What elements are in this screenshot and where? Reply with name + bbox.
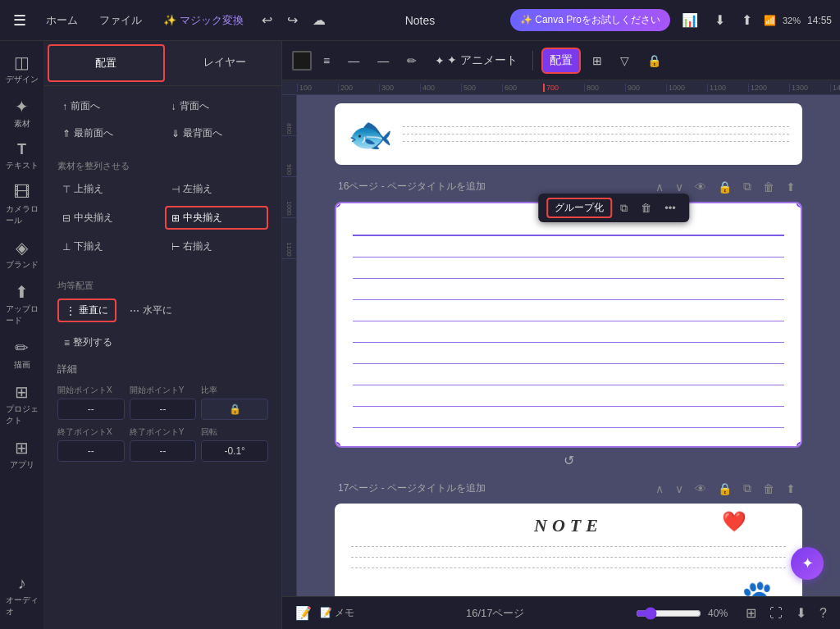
sidebar-item-design[interactable]: ◫ デザイン — [2, 48, 42, 90]
document-title: Notes — [405, 14, 436, 27]
bring-to-front-btn[interactable]: ⇑ 最前面へ — [57, 123, 160, 144]
page-17-controls: ∧ ∨ 👁 🔒 ⧉ 🗑 ⬆ — [652, 480, 799, 497]
page17-up-btn[interactable]: ∧ — [652, 481, 667, 497]
download-btn[interactable]: ⬇ — [710, 9, 730, 31]
input-start-y[interactable] — [130, 399, 197, 420]
line-tool-2[interactable]: — — [371, 50, 395, 71]
page-count-btn[interactable]: 16/17ページ — [466, 606, 525, 621]
nav-home[interactable]: ホーム — [39, 10, 84, 31]
page-17-canvas[interactable]: NOTE 🐾 ❤️ — [335, 504, 802, 596]
position-btn[interactable]: 配置 — [541, 48, 581, 74]
note-title-17: NOTE — [351, 515, 786, 536]
filter-tool-btn[interactable]: ▽ — [614, 50, 636, 71]
input-start-x[interactable] — [57, 399, 125, 420]
sidebar-item-project[interactable]: ⊞ プロジェクト — [2, 377, 42, 431]
align-center-v-btn[interactable]: ⊞ 中央揃え — [165, 206, 269, 230]
distribute-vertical-icon: ⋮ — [66, 305, 75, 317]
stats-btn[interactable]: 📊 — [677, 9, 703, 31]
handle-br[interactable] — [797, 442, 802, 448]
page17-more-btn[interactable]: ⬆ — [783, 481, 799, 497]
ruler-mark-800: 800 — [584, 84, 625, 92]
icon-sidebar: ◫ デザイン ✦ 素材 T テキスト 🎞 カメラロール ◈ ブランド ⬆ アップ… — [0, 41, 44, 629]
page-more-btn[interactable]: ⬆ — [783, 179, 799, 195]
handle-bl[interactable] — [335, 442, 340, 448]
group-copy-btn[interactable]: ⧉ — [615, 200, 632, 217]
sidebar-item-text[interactable]: T テキスト — [2, 136, 42, 176]
animate-btn[interactable]: ✦ ✦ アニメート — [428, 49, 524, 72]
send-to-back-btn[interactable]: ⇓ 最背面へ — [167, 123, 269, 144]
align-bottom-btn[interactable]: ⊥ 下揃え — [57, 236, 160, 257]
page-lock-btn[interactable]: 🔒 — [714, 179, 735, 195]
distribute-horizontal-btn[interactable]: ⋯ 水平に — [123, 299, 179, 322]
sidebar-item-camera[interactable]: 🎞 カメラロール — [2, 178, 42, 231]
distribute-vertical-btn[interactable]: ⋮ 垂直に — [57, 299, 116, 322]
grid-tool-btn[interactable]: ⊞ — [586, 50, 609, 71]
sidebar-item-elements[interactable]: ✦ 素材 — [2, 92, 42, 134]
pen-tool[interactable]: ✏ — [400, 50, 423, 71]
canva-pro-btn[interactable]: ✨ Canva Proをお試しください — [510, 9, 670, 31]
grid-view-btn[interactable]: ⊞ — [742, 604, 760, 622]
memo-btn[interactable]: 📝 — [292, 604, 315, 622]
nav-magic[interactable]: ✨ マジック変換 — [157, 10, 250, 31]
page17-lock-btn[interactable]: 🔒 — [714, 481, 735, 497]
input-rotation[interactable] — [201, 440, 268, 462]
canvas-scroll[interactable]: 🐟 16ページ - ページタイトルを追加 ∧ — [297, 95, 840, 596]
input-end-y[interactable] — [130, 440, 197, 462]
align-middle-h-btn[interactable]: ⊟ 中央揃え — [57, 206, 158, 230]
tab-alignment[interactable]: 配置 — [48, 44, 165, 82]
page-eye-btn[interactable]: 👁 — [692, 179, 710, 195]
align-right-btn[interactable]: ⊢ 右揃え — [167, 236, 269, 257]
design-icon: ◫ — [14, 52, 30, 72]
send-backward-btn[interactable]: ↓ 背面へ — [167, 96, 269, 116]
ruler-mark-100: 100 — [297, 84, 338, 92]
to-front-icon: ⇑ — [62, 128, 71, 139]
line-tool-1[interactable]: — — [341, 50, 366, 71]
footer-download-btn[interactable]: ⬇ — [792, 604, 810, 622]
canvas-with-ruler: 100 200 300 400 500 600 700 800 900 1000… — [282, 80, 840, 596]
sidebar-item-draw[interactable]: ✏ 描画 — [2, 333, 42, 376]
share-btn[interactable]: ⬆ — [737, 9, 757, 31]
input-ratio[interactable] — [201, 399, 268, 420]
cloud-btn[interactable]: ☁ — [309, 9, 329, 31]
hamburger-menu[interactable]: ☰ — [8, 8, 31, 33]
handle-tl[interactable] — [335, 202, 340, 207]
sidebar-item-audio[interactable]: ♪ オーディオ — [2, 569, 42, 622]
canvas-area: ≡ — — ✏ ✦ ✦ アニメート 配置 ⊞ ▽ 🔒 100 200 300 — [282, 41, 840, 629]
group-more-btn[interactable]: ••• — [660, 200, 681, 216]
page17-delete-btn[interactable]: 🗑 — [760, 481, 778, 497]
label-end-x: 終了ポイントX — [57, 426, 125, 438]
sidebar-item-upload[interactable]: ⬆ アップロード — [2, 277, 42, 331]
group-delete-btn[interactable]: 🗑 — [636, 200, 656, 216]
tab-layers[interactable]: レイヤー — [168, 41, 282, 85]
page17-down-btn[interactable]: ∨ — [672, 481, 687, 497]
page-copy-btn[interactable]: ⧉ — [740, 178, 755, 195]
handle-tr[interactable] — [797, 202, 802, 207]
page17-eye-btn[interactable]: 👁 — [692, 481, 710, 497]
sidebar-item-brand[interactable]: ◈ ブランド — [2, 233, 42, 276]
fullscreen-btn[interactable]: ⛶ — [766, 604, 786, 622]
page-delete-btn[interactable]: 🗑 — [760, 179, 778, 195]
field-start-x: 開始ポイントX — [57, 385, 125, 420]
zoom-slider[interactable] — [636, 607, 701, 620]
align-top-btn[interactable]: ⊤ 上揃え — [57, 179, 160, 199]
sidebar-item-apps[interactable]: ⊞ アプリ — [2, 433, 42, 476]
color-picker[interactable] — [292, 51, 312, 71]
nav-file[interactable]: ファイル — [93, 10, 148, 31]
refresh-btn[interactable]: ↺ — [564, 453, 574, 468]
bring-forward-btn[interactable]: ↑ 前面へ — [57, 96, 160, 116]
ai-assistant-btn[interactable]: ✦ — [791, 547, 824, 580]
input-end-x[interactable] — [57, 440, 125, 462]
note-line-8 — [353, 364, 784, 385]
page-down-btn[interactable]: ∨ — [672, 179, 687, 195]
menu-tool-btn[interactable]: ≡ — [317, 50, 336, 71]
page-up-btn[interactable]: ∧ — [652, 179, 667, 195]
help-btn[interactable]: ? — [816, 604, 830, 622]
sort-btn[interactable]: ≡ 整列する — [57, 332, 119, 353]
undo-btn[interactable]: ↩ — [258, 9, 276, 31]
page-17-title: 17ページ - ページタイトルを追加 — [338, 481, 486, 495]
page17-copy-btn[interactable]: ⧉ — [740, 480, 755, 497]
lock-tool-btn[interactable]: 🔒 — [641, 50, 668, 71]
align-left-btn[interactable]: ⊣ 左揃え — [167, 179, 269, 199]
redo-btn[interactable]: ↪ — [284, 9, 301, 31]
page-16-canvas[interactable] — [335, 202, 802, 448]
